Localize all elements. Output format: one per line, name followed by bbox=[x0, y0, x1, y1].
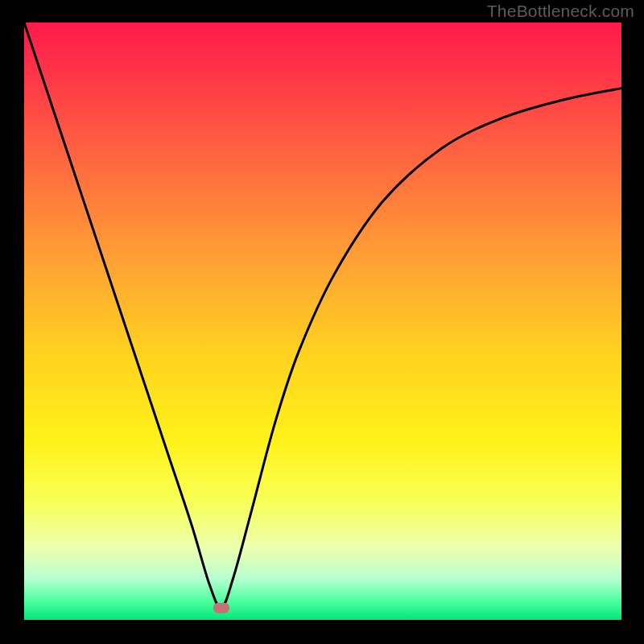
chart-frame: { "watermark": "TheBottleneck.com", "cha… bbox=[0, 0, 644, 644]
plot-background bbox=[24, 23, 621, 620]
watermark-text: TheBottleneck.com bbox=[487, 2, 634, 21]
minimum-marker bbox=[213, 603, 229, 613]
bottleneck-chart bbox=[0, 0, 644, 644]
